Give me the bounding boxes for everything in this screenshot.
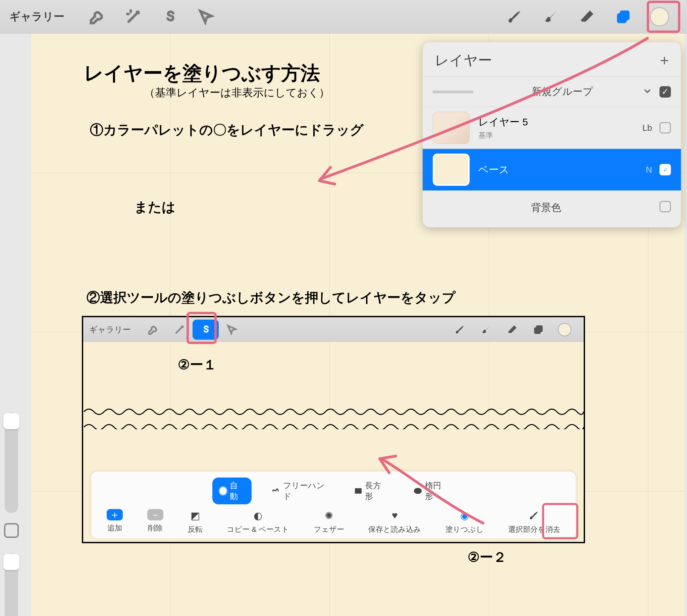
left-sliders-rail (0, 34, 31, 616)
eraser-icon[interactable] (569, 0, 605, 34)
layers-icon[interactable] (605, 0, 641, 34)
or-text: または (134, 198, 175, 216)
brush-size-slider[interactable] (5, 413, 18, 513)
layer-row-base[interactable]: ベース N ✓ (423, 149, 681, 191)
group-name-label: 新規グループ (482, 85, 643, 98)
layers-panel: レイヤー + 新規グループ ✓ レイヤー 5 基準 Lb ベース N ✓ 背景色 (423, 42, 681, 227)
seg-freehand-button[interactable]: フリーハンド (264, 478, 336, 504)
action-copy-button[interactable]: ◐コピー & ペースト (227, 509, 289, 534)
action-fill-button[interactable]: ◉塗りつぶし (446, 509, 484, 534)
step-2-text: ②選択ツールの塗りつぶしボタンを押してレイヤーをタップ (87, 288, 489, 307)
transform-cursor-icon[interactable] (188, 0, 224, 34)
mini-layers-icon[interactable] (525, 320, 552, 340)
step-1-text: ①カラーパレットの〇をレイヤーにドラッグ (90, 121, 364, 139)
mini-screenshot-bottom: 自動 フリーハンド 長方形 楕円形 ＋追加 －削除 ◩反転 ◐コピー & ペース… (82, 429, 585, 543)
gallery-button[interactable]: ギャラリー (9, 9, 64, 24)
layer-blend-label: Lb (635, 123, 660, 133)
mini-cursor-icon[interactable] (219, 320, 245, 340)
group-indicator (433, 91, 473, 93)
top-toolbar: ギャラリー (0, 0, 687, 34)
color-picker-button[interactable] (641, 0, 678, 34)
wavy-divider (84, 405, 584, 418)
layer-thumbnail (433, 154, 470, 186)
background-visibility-checkbox[interactable] (660, 201, 671, 212)
mini-brush-icon[interactable] (447, 320, 473, 340)
svg-rect-1 (620, 10, 630, 20)
background-layer-row[interactable]: 背景色 (423, 191, 681, 225)
mini-smudge-icon[interactable] (473, 320, 499, 340)
action-feather-button[interactable]: ✺フェザー (314, 509, 344, 534)
group-visibility-checkbox[interactable]: ✓ (660, 86, 671, 97)
base-visibility-checkbox[interactable]: ✓ (660, 164, 671, 175)
mini-wrench-icon[interactable] (140, 320, 166, 340)
layers-panel-title: レイヤー (435, 51, 492, 70)
layer-name-label: レイヤー 5 (478, 115, 635, 129)
mini-gallery-button[interactable]: ギャラリー (89, 324, 131, 335)
mini-color-button[interactable] (552, 320, 578, 340)
layer5-visibility-checkbox[interactable] (660, 122, 671, 133)
action-add-button[interactable]: ＋追加 (107, 509, 123, 534)
actions-wrench-icon[interactable] (79, 0, 115, 34)
adjustments-wand-icon[interactable] (115, 0, 152, 34)
modify-button[interactable] (4, 523, 19, 538)
selection-bottom-panel: 自動 フリーハンド 長方形 楕円形 ＋追加 －削除 ◩反転 ◐コピー & ペース… (91, 471, 576, 538)
chevron-down-icon[interactable] (643, 87, 652, 97)
step-2-2-label: ②ー２ (468, 548, 507, 566)
page-subtitle: （基準レイヤーは非表示にしておく） (144, 86, 330, 100)
brush-icon[interactable] (496, 0, 533, 34)
mini-eraser-icon[interactable] (499, 320, 525, 340)
background-label: 背景色 (433, 201, 660, 215)
action-save-button[interactable]: ♥保存と読み込み (368, 509, 421, 534)
action-clear-button[interactable]: 選択部分を消去 (508, 509, 560, 534)
layer-reference-label: 基準 (478, 130, 635, 140)
layer-blend-label: N (638, 164, 660, 175)
layer-group-row[interactable]: 新規グループ ✓ (423, 76, 681, 107)
seg-ellipse-button[interactable]: 楕円形 (407, 478, 454, 504)
action-invert-button[interactable]: ◩反転 (188, 509, 202, 534)
smudge-icon[interactable] (533, 0, 569, 34)
seg-rectangle-button[interactable]: 長方形 (347, 478, 394, 504)
selection-s-icon[interactable] (152, 0, 188, 34)
action-remove-button[interactable]: －削除 (147, 509, 163, 534)
layer-thumbnail (433, 112, 470, 144)
svg-rect-3 (536, 325, 543, 332)
brush-opacity-slider[interactable] (5, 553, 18, 616)
page-title: レイヤーを塗りつぶす方法 (84, 60, 320, 87)
selection-actions-row: ＋追加 －削除 ◩反転 ◐コピー & ペースト ✺フェザー ♥保存と読み込み ◉… (91, 509, 576, 534)
add-layer-button[interactable]: + (660, 51, 669, 69)
seg-auto-button[interactable]: 自動 (212, 478, 252, 504)
mini-selection-icon[interactable] (193, 320, 219, 340)
selection-mode-segment: 自動 フリーハンド 長方形 楕円形 (212, 478, 454, 504)
mini-wand-icon[interactable] (166, 320, 193, 340)
layer-row-layer5[interactable]: レイヤー 5 基準 Lb (423, 107, 681, 149)
layer-name-label: ベース (478, 163, 638, 177)
